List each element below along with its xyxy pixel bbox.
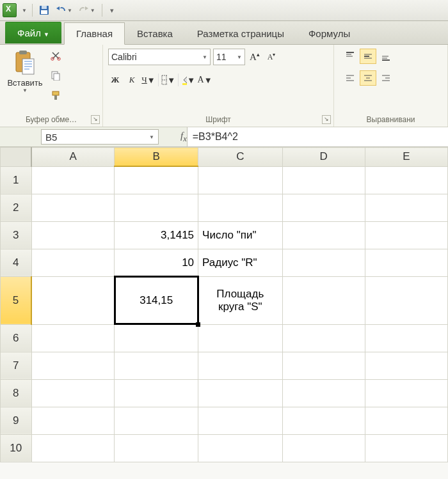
cell-B5[interactable]: 314,15 [115, 276, 198, 324]
cell-D3[interactable] [282, 221, 365, 249]
col-header-D[interactable]: D [282, 148, 365, 167]
cell-E5[interactable] [365, 276, 447, 324]
cell-B10[interactable] [115, 434, 198, 462]
cell-B8[interactable] [115, 379, 198, 407]
clipboard-launcher[interactable]: ↘ [91, 115, 100, 124]
cell-E2[interactable] [365, 194, 447, 221]
col-header-C[interactable]: C [198, 148, 283, 167]
cell-A9[interactable] [31, 407, 115, 434]
cell-D5[interactable] [282, 276, 365, 324]
cell-E9[interactable] [365, 407, 447, 434]
align-bottom-button[interactable] [378, 49, 394, 64]
font-launcher[interactable]: ↘ [322, 115, 331, 124]
row-header-3[interactable]: 3 [1, 221, 32, 249]
cell-B7[interactable] [115, 352, 198, 379]
redo-button[interactable]: ▼ [77, 4, 97, 17]
font-size-combo[interactable]: 11▼ [213, 49, 245, 65]
col-header-B[interactable]: B [115, 148, 198, 167]
fx-icon[interactable]: fx [180, 130, 187, 144]
align-middle-button[interactable] [360, 49, 376, 64]
col-header-E[interactable]: E [365, 148, 447, 167]
copy-button[interactable] [49, 68, 63, 82]
cell-E6[interactable] [365, 324, 447, 352]
cell-B4[interactable]: 10 [115, 249, 198, 276]
cell-D6[interactable] [282, 324, 365, 352]
cell-A8[interactable] [31, 379, 115, 407]
cell-A1[interactable] [31, 166, 115, 194]
cell-E3[interactable] [365, 221, 447, 249]
cell-A10[interactable] [31, 434, 115, 462]
cell-C7[interactable] [198, 352, 283, 379]
align-left-button[interactable] [342, 70, 358, 86]
tab-home[interactable]: Главная [64, 22, 125, 45]
row-header-10[interactable]: 10 [1, 434, 32, 462]
cell-A2[interactable] [31, 194, 115, 221]
row-header-6[interactable]: 6 [1, 324, 32, 352]
cell-C5[interactable]: Площадь круга "S" [198, 276, 283, 324]
tab-page-layout[interactable]: Разметка страницы [185, 22, 296, 44]
cell-B3[interactable]: 3,1415 [115, 221, 198, 249]
paste-button[interactable]: Вставить ▼ [5, 49, 45, 113]
align-right-button[interactable] [378, 70, 394, 86]
row-header-5[interactable]: 5 [1, 276, 32, 324]
cell-D4[interactable] [282, 249, 365, 276]
align-top-button[interactable] [342, 49, 358, 64]
cell-E8[interactable] [365, 379, 447, 407]
cell-A6[interactable] [31, 324, 115, 352]
row-header-8[interactable]: 8 [1, 379, 32, 407]
cell-B9[interactable] [115, 407, 198, 434]
tab-file[interactable]: Файл ▼ [5, 22, 61, 43]
cell-C4[interactable]: Радиус "R" [198, 249, 283, 276]
cell-C8[interactable] [198, 379, 283, 407]
cell-C10[interactable] [198, 434, 283, 462]
cell-C6[interactable] [198, 324, 283, 352]
col-header-A[interactable]: A [31, 148, 115, 167]
fill-color-button[interactable]: ▼ [181, 73, 195, 87]
cell-A3[interactable] [31, 221, 115, 249]
cell-D10[interactable] [282, 434, 365, 462]
app-menu-dd[interactable]: ▼ [22, 8, 27, 13]
cell-B6[interactable] [115, 324, 198, 352]
cell-D2[interactable] [282, 194, 365, 221]
cell-C3[interactable]: Число "пи" [198, 221, 283, 249]
cut-button[interactable] [49, 49, 63, 63]
bold-button[interactable]: Ж [108, 73, 122, 87]
cell-B2[interactable] [115, 194, 198, 221]
font-color-button[interactable]: A▼ [198, 73, 212, 87]
cell-E4[interactable] [365, 249, 447, 276]
tab-formulas[interactable]: Формулы [296, 22, 362, 44]
format-painter-button[interactable] [49, 88, 63, 102]
shrink-font-button[interactable]: A▾ [264, 50, 278, 64]
underline-button[interactable]: Ч▼ [141, 73, 156, 87]
cell-D7[interactable] [282, 352, 365, 379]
row-header-9[interactable]: 9 [1, 407, 32, 434]
cell-B1[interactable] [115, 166, 198, 194]
cell-A7[interactable] [31, 352, 115, 379]
cell-C9[interactable] [198, 407, 283, 434]
undo-button[interactable]: ▼ [54, 4, 74, 17]
save-button[interactable] [38, 4, 51, 17]
row-header-7[interactable]: 7 [1, 352, 32, 379]
borders-button[interactable]: ▼ [161, 73, 175, 87]
cell-E10[interactable] [365, 434, 447, 462]
row-header-2[interactable]: 2 [1, 194, 32, 221]
align-center-button[interactable] [360, 70, 376, 86]
select-all-corner[interactable] [1, 148, 32, 167]
grow-font-button[interactable]: A▴ [248, 50, 262, 64]
italic-button[interactable]: К [125, 73, 139, 87]
row-header-1[interactable]: 1 [1, 166, 32, 194]
cell-C2[interactable] [198, 194, 283, 221]
cell-D1[interactable] [282, 166, 365, 194]
formula-bar[interactable]: =B3*B4^2 [187, 127, 448, 146]
cell-C1[interactable] [198, 166, 283, 194]
cell-A4[interactable] [31, 249, 115, 276]
tab-insert[interactable]: Вставка [125, 22, 185, 44]
cell-E7[interactable] [365, 352, 447, 379]
name-box[interactable]: B5▼ [41, 129, 159, 145]
app-icon[interactable] [3, 3, 17, 17]
font-name-combo[interactable]: Calibri▼ [108, 49, 211, 65]
cell-D8[interactable] [282, 379, 365, 407]
cell-E1[interactable] [365, 166, 447, 194]
cell-A5[interactable] [31, 276, 115, 324]
row-header-4[interactable]: 4 [1, 249, 32, 276]
